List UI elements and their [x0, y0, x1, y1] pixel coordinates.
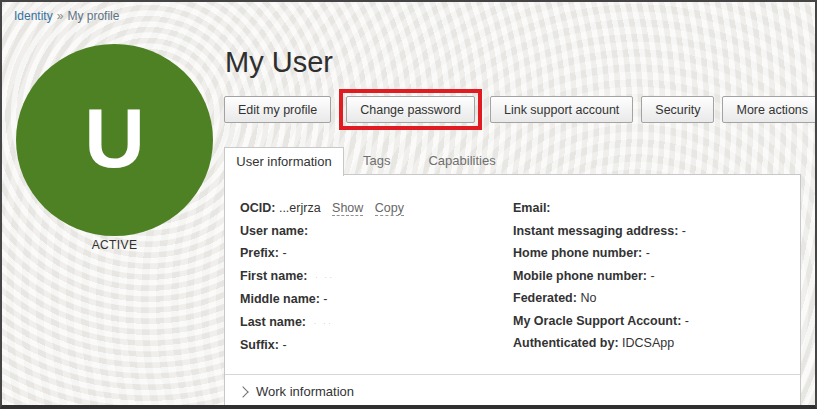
field-prefix-label: Prefix: — [240, 246, 279, 260]
breadcrumb-separator: » — [57, 9, 64, 23]
more-actions-label: More actions — [736, 103, 808, 117]
field-prefix-value: - — [282, 246, 286, 260]
field-home-phone-value: - — [646, 246, 650, 260]
field-authenticated-by-label: Authenticated by: — [513, 336, 619, 350]
field-suffix-label: Suffix: — [240, 338, 279, 352]
ocid-copy-link[interactable]: Copy — [375, 201, 404, 216]
field-email: Email: — [513, 201, 785, 215]
user-information-panel: OCID: ...erjrza Show Copy User name: Pre… — [224, 174, 801, 407]
breadcrumb: Identity»My profile — [14, 9, 119, 23]
field-mobile-phone-label: Mobile phone number: — [513, 269, 647, 283]
field-prefix: Prefix: - — [240, 246, 513, 260]
link-support-account-button[interactable]: Link support account — [490, 96, 633, 123]
avatar-initial: U — [84, 96, 145, 180]
change-password-button[interactable]: Change password — [346, 96, 475, 123]
field-last-name-label: Last name: — [240, 315, 306, 329]
field-home-phone-label: Home phone number: — [513, 246, 642, 260]
user-avatar: U — [16, 44, 213, 236]
tab-tags[interactable]: Tags — [344, 147, 409, 175]
work-information-label: Work information — [256, 384, 354, 399]
field-ocid: OCID: ...erjrza Show Copy — [240, 201, 513, 215]
field-first-name-value — [311, 269, 335, 283]
toolbar: Edit my profile Change password Link sup… — [224, 89, 817, 130]
field-mobile-phone-value: - — [651, 269, 655, 283]
field-last-name-value — [309, 315, 333, 329]
field-authenticated-by: Authenticated by: IDCSApp — [513, 336, 785, 350]
field-oracle-support-label: My Oracle Support Account: — [513, 314, 681, 328]
field-suffix: Suffix: - — [240, 338, 513, 352]
edit-my-profile-button[interactable]: Edit my profile — [224, 96, 331, 123]
section-divider — [225, 374, 800, 375]
field-user-name-label: User name: — [240, 224, 308, 238]
work-information-toggle[interactable]: Work information — [239, 384, 354, 399]
field-middle-name-label: Middle name: — [240, 292, 320, 306]
breadcrumb-identity-link[interactable]: Identity — [14, 9, 53, 23]
field-instant-messaging: Instant messaging address: - — [513, 224, 785, 238]
user-information-content: OCID: ...erjrza Show Copy User name: Pre… — [225, 175, 800, 375]
field-last-name: Last name: — [240, 315, 513, 330]
red-highlight-annotation: Change password — [339, 89, 482, 130]
field-mobile-phone: Mobile phone number: - — [513, 269, 785, 283]
field-middle-name: Middle name: - — [240, 292, 513, 306]
ocid-show-link[interactable]: Show — [332, 201, 363, 216]
field-federated-value: No — [580, 291, 596, 305]
field-authenticated-by-value: IDCSApp — [622, 336, 674, 350]
field-federated: Federated: No — [513, 291, 785, 305]
fields-left-column: OCID: ...erjrza Show Copy User name: Pre… — [240, 201, 513, 361]
fields-right-column: Email: Instant messaging address: - Home… — [513, 201, 785, 361]
field-middle-name-value: - — [323, 292, 327, 306]
field-ocid-label: OCID: — [240, 201, 275, 215]
my-profile-page: Identity»My profile U ACTIVE My User Edi… — [0, 0, 817, 409]
field-oracle-support-value: - — [685, 314, 689, 328]
status-badge: ACTIVE — [16, 238, 213, 252]
more-actions-button[interactable]: More actions — [722, 96, 817, 123]
field-home-phone: Home phone number: - — [513, 246, 785, 260]
field-first-name-label: First name: — [240, 269, 307, 283]
field-ocid-value: ...erjrza — [279, 201, 321, 215]
tab-capabilities[interactable]: Capabilities — [409, 147, 514, 175]
field-email-label: Email: — [513, 201, 551, 215]
tab-user-information[interactable]: User information — [224, 147, 344, 176]
field-oracle-support: My Oracle Support Account: - — [513, 314, 785, 328]
tab-bar: User information Tags Capabilities — [224, 147, 515, 175]
breadcrumb-current: My profile — [67, 9, 119, 23]
field-instant-messaging-label: Instant messaging address: — [513, 224, 678, 238]
security-button[interactable]: Security — [641, 96, 714, 123]
field-federated-label: Federated: — [513, 291, 577, 305]
field-first-name: First name: — [240, 269, 513, 284]
field-suffix-value: - — [282, 338, 286, 352]
page-title: My User — [225, 46, 333, 79]
field-instant-messaging-value: - — [682, 224, 686, 238]
chevron-right-icon — [237, 386, 248, 397]
field-user-name: User name: — [240, 224, 513, 238]
